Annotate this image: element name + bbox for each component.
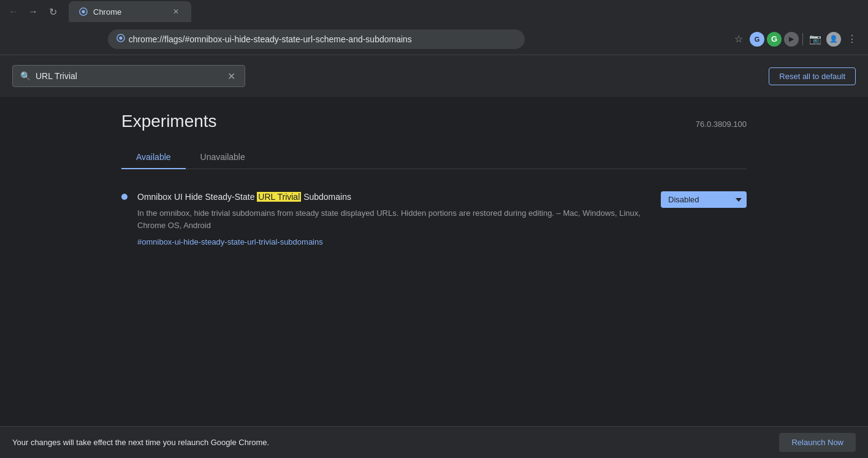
user-profile-avatar[interactable]: 👤: [826, 32, 841, 47]
active-tab[interactable]: Chrome ✕: [69, 1, 191, 22]
forward-button[interactable]: →: [25, 3, 42, 20]
flag-title-prefix: Omnibox UI Hide Steady-State: [137, 192, 257, 202]
toolbar-divider: [802, 33, 803, 45]
version-text: 76.0.3809.100: [696, 120, 747, 129]
nav-buttons: ← → ↻: [5, 3, 61, 20]
tab-unavailable[interactable]: Unavailable: [186, 146, 260, 169]
tab-title: Chrome: [93, 7, 166, 17]
flag-title-highlight: URL Trivial: [257, 192, 301, 202]
reload-button[interactable]: ↻: [44, 3, 61, 20]
flag-title-suffix: Subdomains: [301, 192, 351, 202]
experiments-tabs: Available Unavailable: [121, 146, 747, 169]
omnibox-url-bar[interactable]: chrome://flags/#omnibox-ui-hide-steady-s…: [108, 29, 525, 49]
clear-search-button[interactable]: ✕: [225, 70, 237, 82]
search-area: 🔍 ✕ Reset all to default: [0, 55, 868, 97]
google-account-avatar[interactable]: G: [750, 32, 764, 47]
flag-indicator-dot: [121, 194, 128, 200]
tab-favicon: [78, 7, 88, 17]
omnibox-bar: chrome://flags/#omnibox-ui-hide-steady-s…: [0, 23, 868, 55]
cast-icon[interactable]: ▶: [784, 32, 799, 47]
flag-select-dropdown[interactable]: Default Enabled Disabled: [661, 191, 747, 208]
flag-title: Omnibox UI Hide Steady-State URL Trivial…: [137, 191, 651, 204]
bottom-bar: Your changes will take effect the next t…: [0, 426, 868, 458]
flag-anchor-link[interactable]: #omnibox-ui-hide-steady-state-url-trivia…: [137, 237, 323, 246]
omnibox-url-text: chrome://flags/#omnibox-ui-hide-steady-s…: [129, 34, 516, 44]
search-icon: 🔍: [20, 71, 31, 81]
experiments-container: Experiments 76.0.3809.100 Available Unav…: [97, 97, 771, 269]
screenshot-button[interactable]: 📷: [807, 31, 824, 48]
flag-description: In the omnibox, hide trivial subdomains …: [137, 207, 651, 233]
browser-topbar: ← → ↻ Chrome ✕: [0, 0, 868, 23]
search-input[interactable]: [36, 71, 220, 81]
flag-control: Default Enabled Disabled: [661, 191, 747, 208]
flag-item: Omnibox UI Hide Steady-State URL Trivial…: [121, 184, 747, 254]
search-box: 🔍 ✕: [12, 65, 245, 87]
bookmark-button[interactable]: ☆: [730, 31, 747, 48]
tab-available[interactable]: Available: [121, 146, 186, 169]
tab-bar: Chrome ✕: [69, 1, 191, 22]
tab-close-button[interactable]: ✕: [170, 6, 181, 17]
reset-all-button[interactable]: Reset all to default: [769, 67, 856, 85]
relaunch-now-button[interactable]: Relaunch Now: [779, 433, 856, 452]
svg-point-1: [82, 10, 85, 13]
experiments-title: Experiments: [121, 112, 217, 131]
omnibox-security-icon: [116, 34, 125, 44]
main-content: Experiments 76.0.3809.100 Available Unav…: [0, 97, 868, 426]
experiments-header: Experiments 76.0.3809.100: [121, 112, 747, 131]
flag-content: Omnibox UI Hide Steady-State URL Trivial…: [137, 191, 651, 247]
back-button[interactable]: ←: [5, 3, 22, 20]
svg-point-3: [119, 36, 122, 39]
profile-avatar[interactable]: G: [767, 32, 782, 47]
toolbar-icons: ☆ G G ▶ 📷 👤 ⋮: [730, 31, 861, 48]
relaunch-message: Your changes will take effect the next t…: [12, 438, 269, 447]
menu-button[interactable]: ⋮: [843, 31, 861, 48]
